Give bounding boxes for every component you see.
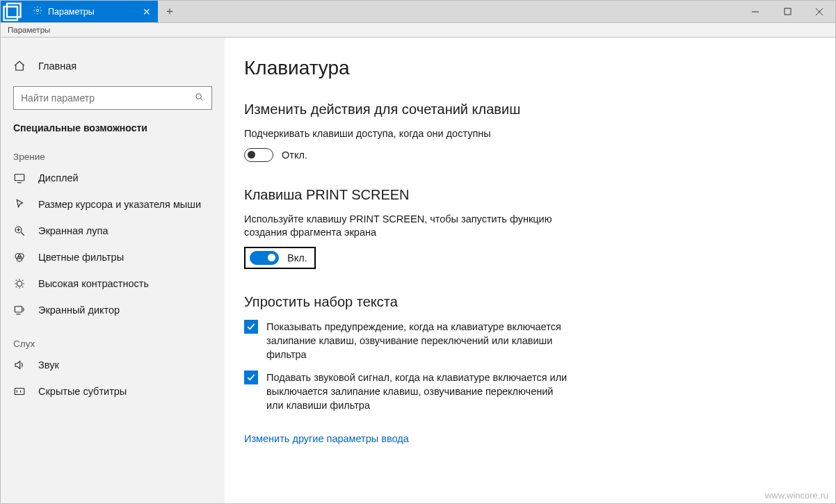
checkbox-checked-icon[interactable] (244, 320, 258, 334)
narrator-icon (13, 304, 26, 316)
captions-icon (13, 385, 26, 398)
svg-line-24 (22, 286, 23, 287)
watermark: www.wincore.ru (765, 490, 828, 501)
section-shortcuts-desc: Подчеркивать клавиши доступа, когда они … (244, 127, 564, 141)
sidebar-home-label: Главная (38, 60, 77, 72)
titlebar-drag-region[interactable] (182, 1, 739, 22)
svg-point-7 (196, 94, 202, 99)
checkbox-sound[interactable]: Подавать звуковой сигнал, когда на клави… (244, 371, 571, 413)
new-tab-button[interactable]: ＋ (158, 1, 182, 22)
window-minimize-button[interactable] (739, 1, 771, 22)
sidebar-item-contrast[interactable]: Высокая контрастность (1, 270, 225, 297)
toggle-switch-off[interactable] (244, 148, 273, 162)
svg-rect-27 (15, 307, 22, 312)
sidebar-item-label: Дисплей (38, 172, 79, 184)
sidebar-item-label: Скрытые субтитры (38, 386, 127, 397)
svg-rect-4 (785, 8, 791, 15)
tab-label: Параметры (48, 7, 95, 17)
contrast-icon (13, 277, 26, 290)
section-shortcuts-title: Изменить действия для сочетаний клавиш (244, 101, 835, 117)
svg-point-18 (17, 281, 22, 286)
sidebar-group-hearing: Слух (1, 323, 225, 352)
svg-point-2 (36, 9, 39, 12)
checkbox-warning[interactable]: Показывать предупреждение, когда на клав… (244, 320, 571, 362)
page-title: Клавиатура (244, 57, 835, 79)
sidebar-item-label: Экранная лупа (38, 225, 108, 236)
sidebar-item-label: Экранный диктор (38, 304, 120, 316)
sidebar-item-magnifier[interactable]: Экранная лупа (1, 218, 225, 244)
app-icon (1, 1, 26, 22)
speaker-icon (13, 359, 26, 371)
content-area: Клавиатура Изменить действия для сочетан… (225, 38, 835, 503)
sidebar-item-cursor[interactable]: Размер курсора и указателя мыши (1, 191, 225, 218)
svg-line-25 (16, 286, 17, 287)
sidebar-group-vision: Зрение (1, 136, 225, 165)
svg-rect-1 (4, 6, 18, 20)
sidebar-item-label: Цветные фильтры (38, 252, 124, 263)
palette-icon (13, 251, 26, 263)
svg-line-12 (21, 232, 24, 236)
sidebar-item-label: Размер курсора и указателя мыши (38, 199, 201, 210)
toggle-state-label: Вкл. (287, 252, 307, 263)
toggle-access-keys[interactable]: Откл. (244, 148, 835, 162)
toggle-printscreen[interactable]: Вкл. (244, 247, 316, 269)
search-input[interactable] (21, 92, 194, 104)
magnifier-icon (13, 225, 26, 237)
svg-rect-9 (15, 174, 24, 181)
svg-rect-29 (15, 389, 24, 395)
sidebar-item-color-filters[interactable]: Цветные фильтры (1, 244, 225, 270)
sidebar-item-sound[interactable]: Звук (1, 352, 225, 378)
svg-rect-0 (7, 3, 21, 17)
sidebar-item-label: Высокая контрастность (38, 278, 149, 289)
svg-line-23 (16, 280, 17, 281)
section-printscreen-desc: Используйте клавишу PRINT SCREEN, чтобы … (244, 213, 564, 240)
sidebar-item-narrator[interactable]: Экранный диктор (1, 297, 225, 323)
svg-line-26 (22, 280, 23, 281)
search-icon (194, 92, 204, 104)
section-printscreen-title: Клавиша PRINT SCREEN (244, 187, 835, 203)
title-bar: Параметры ✕ ＋ (0, 0, 836, 22)
checkbox-label: Подавать звуковой сигнал, когда на клави… (266, 371, 571, 413)
tab-close-icon[interactable]: ✕ (143, 6, 151, 17)
sidebar-item-captions[interactable]: Скрытые субтитры (1, 378, 225, 405)
sidebar-category-label: Специальные возможности (1, 122, 225, 136)
window-maximize-button[interactable] (771, 1, 803, 22)
sidebar-item-label: Звук (38, 359, 59, 371)
toggle-switch-on[interactable] (250, 251, 279, 265)
breadcrumb: Параметры (0, 22, 836, 38)
checkbox-label: Показывать предупреждение, когда на клав… (266, 320, 571, 362)
sidebar: Главная Специальные возможности Зрение Д… (1, 38, 225, 503)
checkbox-checked-icon[interactable] (244, 371, 258, 384)
svg-line-8 (200, 98, 202, 100)
section-simplify-title: Упростить набор текста (244, 294, 835, 310)
window-close-button[interactable] (803, 1, 835, 22)
gear-icon (33, 6, 42, 17)
cursor-icon (13, 198, 26, 211)
sidebar-item-display[interactable]: Дисплей (1, 165, 225, 191)
link-other-input-settings[interactable]: Изменить другие параметры ввода (244, 433, 409, 444)
search-input-wrapper[interactable] (13, 86, 212, 110)
home-icon (13, 60, 26, 72)
tab-settings[interactable]: Параметры ✕ (26, 1, 158, 22)
breadcrumb-label: Параметры (8, 26, 50, 34)
monitor-icon (13, 172, 26, 184)
sidebar-home[interactable]: Главная (1, 53, 225, 79)
toggle-state-label: Откл. (282, 149, 307, 161)
